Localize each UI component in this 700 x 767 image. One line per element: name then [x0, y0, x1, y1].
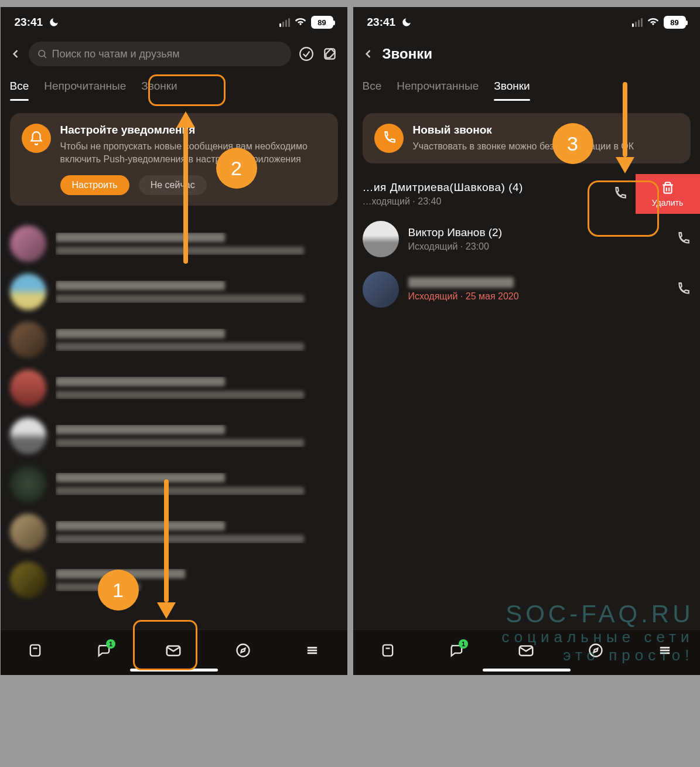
- svg-marker-19: [593, 648, 597, 652]
- avatar: [10, 514, 46, 550]
- tab-unread[interactable]: Непрочитанные: [397, 75, 479, 101]
- avatar: [10, 226, 46, 262]
- list-item[interactable]: [1, 460, 347, 508]
- avatar: [10, 418, 46, 454]
- avatar: [363, 271, 399, 308]
- list-item[interactable]: [1, 364, 347, 412]
- call-name-blurred: [408, 277, 514, 288]
- delete-swipe-button[interactable]: Удалить: [636, 174, 700, 214]
- nav-chat-icon[interactable]: 1: [90, 636, 119, 665]
- cellular-signal-icon: [632, 18, 643, 27]
- card-title: Настройте уведомления: [60, 124, 326, 137]
- nav-menu-icon[interactable]: [298, 636, 327, 665]
- svg-marker-8: [241, 648, 245, 652]
- list-item[interactable]: [1, 220, 347, 268]
- list-item[interactable]: [1, 556, 347, 604]
- phone-icon: [374, 124, 404, 153]
- list-item[interactable]: [1, 412, 347, 460]
- battery-indicator: 89: [311, 16, 333, 29]
- battery-indicator: 89: [664, 16, 686, 29]
- call-sub: …ходящий · 23:40: [363, 196, 604, 207]
- nav-mail-icon[interactable]: [159, 636, 188, 665]
- svg-point-7: [237, 644, 249, 656]
- header-title-row: Звонки: [353, 38, 700, 70]
- svg-line-1: [44, 56, 46, 58]
- configure-button[interactable]: Настроить: [60, 175, 129, 195]
- search-icon: [37, 49, 47, 59]
- page-title: Звонки: [383, 46, 432, 62]
- phone-left: 23:41 89 Поиск по чатам и друзьям Все: [1, 7, 347, 675]
- call-row[interactable]: Виктор Иванов (2) Исходящий · 23:00: [353, 214, 700, 264]
- tabs-row: Все Непрочитанные Звонки: [1, 70, 347, 101]
- trash-icon: [660, 180, 675, 196]
- status-time: 23:41: [367, 16, 396, 29]
- list-item[interactable]: [1, 268, 347, 316]
- tabs-row: Все Непрочитанные Звонки: [353, 70, 700, 101]
- nav-menu-icon[interactable]: [650, 636, 679, 665]
- new-call-card[interactable]: Новый звонок Участвовать в звонке можно …: [363, 113, 691, 163]
- card-body: Участвовать в звонке можно без регистрац…: [413, 140, 679, 153]
- nav-chat-icon[interactable]: 1: [442, 636, 472, 665]
- check-circle-icon[interactable]: [298, 46, 315, 62]
- home-indicator: [483, 669, 571, 671]
- nav-badge: 1: [459, 639, 468, 649]
- status-bar: 23:41 89: [1, 7, 347, 38]
- compose-icon[interactable]: [322, 46, 338, 62]
- tab-all[interactable]: Все: [363, 75, 382, 101]
- moon-icon: [401, 17, 412, 28]
- tab-unread[interactable]: Непрочитанные: [44, 75, 126, 101]
- tab-calls[interactable]: Звонки: [494, 75, 530, 101]
- nav-feed-icon[interactable]: [373, 636, 402, 665]
- avatar: [10, 562, 46, 598]
- call-action-icon[interactable]: [675, 282, 691, 297]
- avatar: [10, 370, 46, 406]
- wifi-icon: [295, 15, 306, 29]
- card-title: Новый звонок: [413, 124, 679, 137]
- avatar: [10, 466, 46, 502]
- call-sub: Исходящий · 23:00: [408, 241, 666, 252]
- avatar: [363, 221, 399, 257]
- two-phone-layout: 23:41 89 Поиск по чатам и друзьям Все: [1, 7, 700, 675]
- svg-point-0: [39, 50, 45, 57]
- bell-icon: [22, 124, 51, 153]
- cellular-signal-icon: [279, 18, 290, 27]
- list-item[interactable]: [1, 316, 347, 364]
- back-chevron-icon[interactable]: [10, 48, 22, 60]
- tab-all[interactable]: Все: [10, 75, 29, 101]
- notification-card: Настройте уведомления Чтобы не пропускат…: [10, 113, 338, 206]
- phone-right: 23:41 89 Звонки Все Непрочитанные Звонки: [353, 7, 700, 675]
- home-indicator: [130, 669, 218, 671]
- call-name: Виктор Иванов (2): [408, 226, 666, 239]
- nav-badge: 1: [106, 639, 115, 649]
- status-bar: 23:41 89: [353, 7, 700, 38]
- call-sub: Исходящий · 25 мая 2020: [408, 291, 666, 302]
- svg-point-2: [300, 47, 313, 60]
- card-body: Чтобы не пропускать новые сообщения вам …: [60, 140, 326, 166]
- search-input[interactable]: Поиск по чатам и друзьям: [29, 42, 291, 66]
- call-row[interactable]: Исходящий · 25 мая 2020: [353, 264, 700, 315]
- moon-icon: [49, 17, 59, 28]
- status-time: 23:41: [15, 16, 43, 29]
- nav-discover-icon[interactable]: [228, 636, 258, 665]
- tab-calls[interactable]: Звонки: [141, 75, 177, 101]
- back-chevron-icon[interactable]: [363, 48, 374, 60]
- nav-feed-icon[interactable]: [21, 636, 50, 665]
- call-row-swiped[interactable]: …ия Дмитриева(Шавкова) (4) …ходящий · 23…: [353, 174, 700, 214]
- header-search-row: Поиск по чатам и друзьям: [1, 38, 347, 70]
- avatar: [10, 322, 46, 358]
- nav-mail-icon[interactable]: [511, 636, 541, 665]
- svg-rect-4: [30, 645, 40, 656]
- call-action-icon[interactable]: [604, 174, 636, 214]
- svg-rect-15: [383, 645, 392, 656]
- avatar: [10, 274, 46, 310]
- wifi-icon: [647, 15, 659, 29]
- svg-rect-12: [664, 185, 671, 193]
- call-name: …ия Дмитриева(Шавкова) (4): [363, 181, 604, 194]
- call-action-icon[interactable]: [675, 231, 691, 247]
- nav-discover-icon[interactable]: [581, 636, 610, 665]
- delete-label: Удалить: [652, 198, 683, 207]
- list-item[interactable]: [1, 508, 347, 556]
- search-placeholder: Поиск по чатам и друзьям: [52, 48, 180, 60]
- svg-point-18: [589, 644, 602, 656]
- not-now-button[interactable]: Не сейчас: [139, 175, 207, 195]
